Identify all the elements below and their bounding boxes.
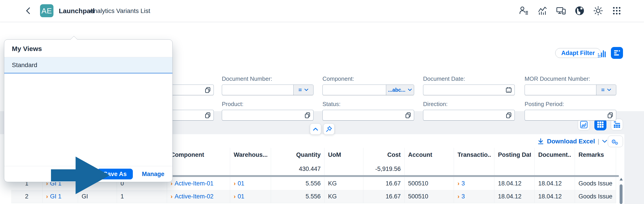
user-settings-button[interactable] xyxy=(519,6,529,16)
filter-label: Document Number: xyxy=(222,76,272,82)
analytics-button[interactable] xyxy=(537,6,548,16)
table-cell-link[interactable]: ›01 xyxy=(230,177,271,190)
screen: AE Launchpad Analytics Variants List xyxy=(0,0,644,204)
manage-button[interactable]: Manage xyxy=(140,170,166,178)
table-cell-link[interactable]: ›GI 1 xyxy=(42,190,78,203)
filter-input[interactable]: ...abc... xyxy=(322,84,414,95)
app-grid-button[interactable] xyxy=(612,6,622,16)
filter-label: Component: xyxy=(322,76,354,82)
table-cell-link[interactable]: ›3 xyxy=(454,177,494,190)
table-settings-button[interactable]: ⚙⚙ xyxy=(608,136,623,147)
globe-button[interactable] xyxy=(574,6,585,16)
column-header[interactable]: Remarks xyxy=(575,148,616,175)
filter-input-partial[interactable] xyxy=(172,110,214,120)
column-header-label: Remarks xyxy=(578,152,612,158)
date-picker-button[interactable] xyxy=(506,87,512,93)
download-excel-button[interactable]: Download Excel | xyxy=(536,137,609,146)
back-button[interactable] xyxy=(23,6,33,16)
filter-input[interactable]: = xyxy=(222,84,314,95)
filter-input-partial[interactable] xyxy=(172,84,214,95)
column-header[interactable]: Warehous... xyxy=(230,148,271,175)
nav-chevron-icon: › xyxy=(458,193,460,200)
column-header[interactable]: UoM xyxy=(324,148,363,175)
table-cell: 18.04.12 xyxy=(535,190,575,203)
back-icon xyxy=(25,7,32,15)
grid-view-icon xyxy=(596,121,604,128)
calendar-icon xyxy=(506,87,512,93)
table-cell-link[interactable]: ›Active-Item-02 xyxy=(167,190,230,203)
filter-input[interactable] xyxy=(222,110,314,120)
column-header[interactable]: Account xyxy=(404,148,454,175)
nav-chevron-icon: › xyxy=(234,193,236,200)
pin-icon xyxy=(326,126,332,132)
app-subtitle: Analytics Variants List xyxy=(90,0,150,22)
column-header-label: Component xyxy=(170,152,226,158)
value-help-button[interactable] xyxy=(304,112,310,118)
column-header[interactable]: Transactio... xyxy=(454,148,494,175)
chart-bars-button[interactable] xyxy=(595,48,608,58)
scroll-up-icon[interactable] xyxy=(620,178,623,180)
table-cell: 500510 xyxy=(404,177,454,190)
table-cell: GI xyxy=(78,190,117,203)
table-cell: 1 xyxy=(117,190,167,203)
chevron-down-icon xyxy=(408,88,412,92)
column-header[interactable]: Quantity430.447 xyxy=(271,148,324,175)
horizontal-scrollbar[interactable] xyxy=(167,175,619,177)
condition-operator[interactable]: = xyxy=(596,85,616,95)
table-cell: 5.556 xyxy=(271,190,324,203)
column-header-label: Posting Date xyxy=(498,152,531,158)
filter-input[interactable] xyxy=(524,110,616,120)
chevron-down-icon xyxy=(304,88,308,92)
column-header[interactable]: Cost-5,919.56 xyxy=(363,148,404,175)
table-cell-link[interactable]: ›3 xyxy=(454,190,494,203)
brightness-button[interactable] xyxy=(593,6,603,16)
filter-bar-toggle-icon xyxy=(613,49,621,57)
condition-operator[interactable]: = xyxy=(294,85,313,95)
value-help-button[interactable] xyxy=(607,112,613,118)
value-help-button[interactable] xyxy=(405,112,411,118)
filter-input[interactable] xyxy=(423,84,515,95)
globe-icon xyxy=(575,6,584,16)
value-help-button[interactable] xyxy=(204,112,211,118)
adapt-filter-button[interactable]: Adapt Filter xyxy=(555,48,601,58)
brightness-icon xyxy=(593,6,603,16)
value-help-icon xyxy=(204,112,211,118)
column-header[interactable]: Document... xyxy=(535,148,575,175)
column-header[interactable]: Posting Date xyxy=(494,148,535,175)
filter-label: Status: xyxy=(322,101,340,108)
table-cell-link[interactable]: ›Active-Item-01 xyxy=(167,177,230,190)
column-total: -5,919.56 xyxy=(367,166,401,172)
value-help-button[interactable] xyxy=(204,87,211,93)
separator: | xyxy=(598,138,599,145)
my-views-popup: My Views Standard Save As Manage xyxy=(4,39,173,182)
table-cell: 18.04.12 xyxy=(535,177,575,190)
table-row[interactable]: 2›GI 1GI1›Active-Item-02›015.556KG16.675… xyxy=(11,190,616,203)
devices-button[interactable] xyxy=(556,6,566,16)
table-cell: 16.67 xyxy=(363,190,404,203)
table-cell: 5.556 xyxy=(271,177,324,190)
condition-operator[interactable]: ...abc... xyxy=(386,85,414,95)
column-header[interactable]: Component xyxy=(167,148,230,175)
collapse-filter-button[interactable] xyxy=(310,124,321,135)
nav-chevron-icon: › xyxy=(46,193,48,200)
filter-input[interactable] xyxy=(322,110,414,120)
pin-filter-button[interactable] xyxy=(323,124,334,135)
table-cell: Goods Issue xyxy=(575,177,616,190)
column-total: 430.447 xyxy=(274,166,321,172)
table-cell-link[interactable]: ›01 xyxy=(230,190,271,203)
app-grid-icon xyxy=(612,6,622,16)
table-cell: 16.67 xyxy=(363,177,404,190)
filter-bar-toggle-button[interactable] xyxy=(611,47,623,59)
value-help-button[interactable] xyxy=(506,112,512,118)
column-header-label: Transactio... xyxy=(458,152,490,158)
column-header-label: Document... xyxy=(538,152,571,158)
right-margin xyxy=(624,134,644,204)
vertical-scrollbar-thumb[interactable] xyxy=(620,184,622,204)
filter-input[interactable]: = xyxy=(524,84,616,95)
nav-chevron-icon: › xyxy=(170,193,173,200)
chevron-down-icon xyxy=(607,88,611,92)
filter-input[interactable] xyxy=(423,110,515,120)
app-logo[interactable]: AE xyxy=(40,4,54,17)
view-list-item[interactable]: Standard xyxy=(4,57,172,73)
app-title: Launchpad xyxy=(59,0,94,22)
